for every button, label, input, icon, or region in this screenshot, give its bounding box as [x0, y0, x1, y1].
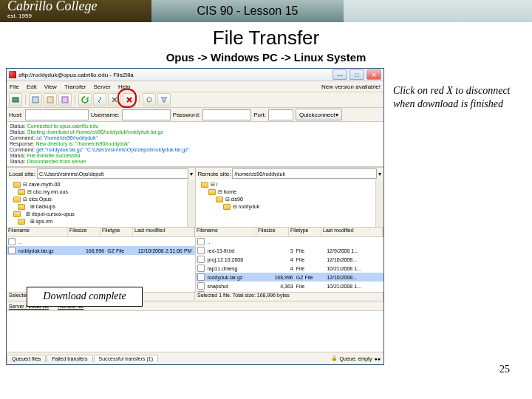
- college-logo: Cabrillo College est. 1959: [0, 0, 151, 22]
- remote-columns[interactable]: Filename Filesize Filetype Last modified: [195, 228, 383, 236]
- callout-disconnect: Click on red X to disconnect when downlo…: [393, 84, 526, 111]
- maximize-button[interactable]: □: [349, 69, 364, 80]
- toggle-tree-button[interactable]: [44, 93, 57, 106]
- reconnect-button[interactable]: [143, 93, 156, 106]
- local-path-input[interactable]: [37, 168, 188, 179]
- slide-banner: Cabrillo College est. 1959 CIS 90 - Less…: [0, 0, 532, 22]
- remote-site-label: Remote site:: [198, 171, 231, 177]
- menu-edit[interactable]: Edit: [27, 83, 37, 90]
- quickconnect-button[interactable]: Quickconnect ▾: [296, 109, 341, 120]
- scrollbar[interactable]: [187, 180, 195, 227]
- local-file-list[interactable]: ..roddyduk.tar.gz168,996GZ File12/10/200…: [7, 237, 196, 292]
- menu-transfer[interactable]: Transfer: [64, 83, 86, 90]
- file-icon: [197, 291, 205, 292]
- local-tree[interactable]: ⊟ cave-myth-00⊟ cbo.my.mn.ous⊟ cics.Opus…: [7, 180, 196, 227]
- filter-button[interactable]: [157, 93, 171, 106]
- refresh-button[interactable]: [78, 93, 92, 106]
- toggle-log-button[interactable]: [29, 93, 42, 106]
- queue-tabs: Queued files Failed transfers Successful…: [7, 352, 383, 364]
- app-icon: [9, 71, 16, 78]
- menu-help[interactable]: Help: [118, 83, 130, 90]
- toggle-queue-button[interactable]: [58, 93, 72, 106]
- password-label: Password:: [173, 112, 200, 118]
- banner-decor: [344, 0, 532, 22]
- message-log[interactable]: Status: Connected to opus.cabrillo.eduSt…: [7, 122, 383, 167]
- cancel-button[interactable]: [108, 93, 121, 106]
- local-site-label: Local site:: [9, 171, 35, 177]
- menu-view[interactable]: View: [44, 83, 57, 90]
- queue-status-text: Queue: empty: [340, 356, 372, 361]
- site-paths: Local site: ▾ Remote site: ▾: [7, 167, 383, 180]
- username-label: Username:: [91, 112, 120, 118]
- college-name: Cabrillo College: [7, 1, 151, 11]
- port-label: Port:: [253, 112, 266, 118]
- svg-rect-3: [62, 97, 68, 103]
- callout-download-complete: Download complete: [27, 287, 143, 307]
- local-path-dropdown-icon[interactable]: ▾: [190, 171, 193, 177]
- filezilla-window: sftp://roddyduk@opus.cabrillo.edu - File…: [6, 68, 384, 365]
- file-row[interactable]: roddyduk.tar.gz168,996GZ File12/10/2008.…: [196, 273, 384, 282]
- slide-subtitle: Opus -> Windows PC -> Linux System: [0, 51, 532, 64]
- file-row[interactable]: red-13-fil.txt3File12/9/2008 1...: [196, 246, 384, 255]
- transfer-queue[interactable]: [7, 311, 383, 352]
- host-input[interactable]: [25, 109, 89, 120]
- file-row[interactable]: ssmfile282File10/21/2008 1...: [196, 290, 384, 292]
- remote-path-input[interactable]: [232, 168, 377, 179]
- local-columns[interactable]: Filename Filesize Filetype Last modified: [7, 228, 195, 236]
- remote-tree[interactable]: ⊟ /⊟ home⊟ cis90⊟ roddyduk: [196, 180, 384, 227]
- svg-rect-1: [33, 97, 38, 103]
- menu-file[interactable]: File: [10, 83, 19, 90]
- list-column-headers: Filename Filesize Filetype Last modified…: [7, 228, 383, 237]
- folder-trees: ⊟ cave-myth-00⊟ cbo.my.mn.ous⊟ cics.Opus…: [7, 180, 383, 228]
- remote-status: Selected 1 file. Total size: 168,996 byt…: [195, 293, 383, 301]
- scrollbar[interactable]: [375, 180, 383, 227]
- quickconnect-bar: Host: Username: Password: Port: Quickcon…: [7, 108, 383, 122]
- port-input[interactable]: [268, 109, 293, 120]
- site-manager-button[interactable]: [9, 93, 22, 106]
- file-icon: [197, 247, 205, 254]
- menubar[interactable]: File Edit View Transfer Server Help New …: [7, 81, 383, 92]
- toolbar: [7, 92, 383, 108]
- svg-point-4: [147, 98, 151, 102]
- close-button[interactable]: ✕: [366, 69, 381, 80]
- file-icon: [197, 265, 205, 272]
- file-icon: [197, 282, 205, 290]
- tab-successful[interactable]: Successful transfers (1): [94, 355, 159, 362]
- file-row[interactable]: proj.12.10.20084File12/10/2008...: [196, 255, 384, 264]
- slide-title: File Transfer: [0, 27, 532, 50]
- host-label: Host:: [9, 112, 23, 118]
- menu-server[interactable]: Server: [93, 83, 111, 90]
- file-row[interactable]: roddyduk.tar.gz168,996GZ File12/10/2008 …: [7, 246, 195, 255]
- remote-file-list[interactable]: ..red-13-fil.txt3File12/9/2008 1...proj.…: [196, 237, 384, 292]
- username-input[interactable]: [122, 109, 171, 120]
- file-row[interactable]: snapshot4,363File10/21/2008 1...: [196, 282, 384, 290]
- window-title: sftp://roddyduk@opus.cabrillo.edu - File…: [18, 72, 330, 78]
- remote-path-dropdown-icon[interactable]: ▾: [378, 171, 381, 177]
- process-queue-button[interactable]: [93, 93, 106, 106]
- password-input[interactable]: [202, 109, 251, 120]
- queue-indicator-icon: ●●: [375, 356, 381, 361]
- file-icon: [197, 273, 205, 281]
- svg-rect-2: [47, 97, 53, 103]
- college-est: est. 1959: [7, 11, 151, 21]
- file-icon: [197, 256, 205, 263]
- page-number: 25: [499, 364, 510, 375]
- new-version-notice[interactable]: New version available!: [321, 83, 381, 90]
- slide-stage: sftp://roddyduk@opus.cabrillo.edu - File…: [0, 68, 532, 378]
- svg-rect-0: [13, 98, 18, 102]
- file-icon: [8, 247, 16, 254]
- window-titlebar[interactable]: sftp://roddyduk@opus.cabrillo.edu - File…: [7, 69, 383, 81]
- minimize-button[interactable]: —: [332, 69, 347, 80]
- lesson-label: CIS 90 - Lesson 15: [151, 0, 344, 22]
- file-lists: ..roddyduk.tar.gz168,996GZ File12/10/200…: [7, 237, 383, 293]
- lock-icon: 🔒: [331, 355, 338, 361]
- disconnect-button[interactable]: [123, 93, 136, 106]
- tab-queued[interactable]: Queued files: [7, 355, 46, 362]
- file-row[interactable]: rap11.dmesg4File10/21/2008 1...: [196, 264, 384, 273]
- tab-failed[interactable]: Failed transfers: [47, 355, 92, 362]
